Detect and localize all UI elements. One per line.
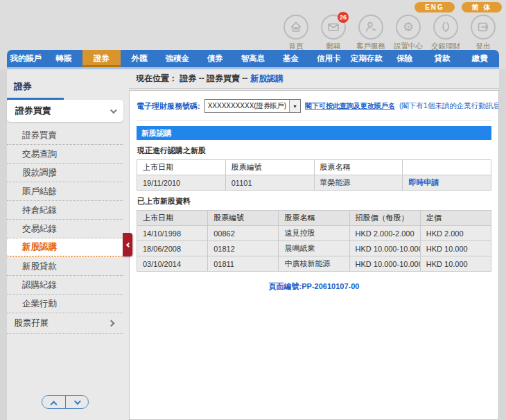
breadcrumb: 現在位置： 證券 -- 證券買賣 -- 新股認購 [129,69,499,89]
customer-service-icon [358,15,383,40]
cell-stock-code: 01811 [208,256,279,272]
listed-ipo-title: 已上市新股資料 [137,196,491,207]
scroll-up-button[interactable] [42,396,66,408]
customer-service-button[interactable]: 客戶服務 [352,15,390,51]
cell-listing-date: 03/10/2014 [137,256,208,272]
unread-mail-badge: 26 [338,12,349,23]
table-row: 14/10/1998 00862 遠見控股 HKD 2.000-2.000 HK… [137,226,491,241]
scroll-down-button[interactable] [66,396,89,408]
unread-corporate-action-note: (閣下有1個未讀的企業行動訊息) [399,101,499,111]
tab-bonds[interactable]: 債券 [196,50,234,67]
chevron-left-icon [126,242,131,247]
tab-insurance[interactable]: 保險 [385,50,424,67]
sidebar-item-transaction-enquiry[interactable]: 交易查詢 [7,145,123,164]
current-ipo-table: 上市日期 股票編號 股票名稱 19/11/2010 01101 華榮能源 即時申… [137,159,491,191]
cell-offer-price: HKD 10.000-10.000 [349,241,420,256]
tab-time-deposit[interactable]: 定期存款 [347,50,385,67]
cell-final-price: HKD 10.000 [420,256,491,272]
sidebar-scroll-control [42,395,89,409]
apply-now-link[interactable]: 即時申請 [408,178,439,186]
listed-ipo-table: 上市日期 股票編號 股票名稱 招股價（每股） 定價 14/10/1998 008… [137,210,491,272]
language-switcher: ENG 简 体 [415,2,502,12]
sidebar-menu: 證券買賣 交易查詢 股款調撥 賬戶結餘 持倉紀錄 交易紀錄 新股認購 新股貸款 … [7,126,123,313]
sidebar-item-account-balance[interactable]: 賬戶結餘 [7,182,123,201]
cell-final-price: HKD 10.000 [420,241,491,256]
sidebar-item-securities-trading[interactable]: 證券買賣 [7,126,123,145]
breadcrumb-current: 新股認購 [250,73,283,85]
col-stock-code: 股票編號 [225,160,314,175]
account-select-value: XXXXXXXXXX(證券賬戶) [205,100,289,112]
sidebar-item-subscription-record[interactable]: 認購紀錄 [7,276,123,295]
current-ipo-title: 現正進行認購之新股 [137,146,491,156]
main-nav: 我的賬戶 轉賬 證券 外匯 強積金 債券 智高息 基金 信用卡 定期存款 保險 … [7,50,499,67]
cell-offer-price: HKD 2.000-2.000 [349,226,420,241]
table-row: 18/06/2008 01812 晨鳴紙業 HKD 10.000-10.000 … [137,241,491,256]
col-listing-date: 上市日期 [137,211,208,226]
content-panel: 電子理財服務號碼: XXXXXXXXXX(證券賬戶) ▼ 閣下可按此查詢及更改賬… [129,90,499,420]
logout-button[interactable]: 登出 [464,15,502,51]
tab-securities[interactable]: 證券 [82,50,121,67]
account-select[interactable]: XXXXXXXXXX(證券賬戶) ▼ [204,99,301,113]
tab-smart-interest[interactable]: 智高息 [234,50,272,67]
header-icon-row: 首頁 26 郵箱 客戶服務 ⚙ 設置中心 交銀理財 [277,15,502,51]
tab-loans[interactable]: 貸款 [424,50,462,67]
sidebar-item-transaction-record[interactable]: 交易紀錄 [7,220,123,238]
sidebar-collapse-button[interactable] [123,233,132,256]
chevron-right-icon [108,320,115,327]
mailbox-button[interactable]: 26 郵箱 [315,15,352,51]
sidebar: 證券 證券買賣 證券買賣 交易查詢 股款調撥 賬戶結餘 持倉紀錄 交易紀錄 新股… [7,69,123,420]
bocom-wealth-button[interactable]: 交銀理財 [427,15,464,51]
ebanking-number-label: 電子理財服務號碼: [137,101,200,112]
tab-credit-card[interactable]: 信用卡 [310,50,348,67]
page-number: 頁面編號:PP-20610107-00 [137,281,491,292]
sidebar-expander-label: 股票孖展 [14,317,49,329]
sidebar-group-securities-trading[interactable]: 證券買賣 [7,100,123,122]
chevron-up-icon [50,401,57,408]
cell-stock-name: 遠見控股 [279,226,349,241]
col-final-price: 定價 [420,211,491,226]
lang-eng-button[interactable]: ENG [415,2,455,12]
section-banner: 新股認購 [137,126,491,140]
sidebar-title: 證券 [7,80,123,93]
cell-stock-name: 晨鳴紙業 [279,241,349,256]
sidebar-expander-stock-margin[interactable]: 股票孖展 [7,313,123,334]
col-action [403,160,491,175]
cell-final-price: HKD 2.000 [420,226,491,241]
cell-stock-code: 00862 [208,226,279,241]
breadcrumb-path: 證券 -- 證券買賣 -- [180,73,247,85]
tab-mpf[interactable]: 強積金 [158,50,196,67]
sidebar-item-fund-transfer[interactable]: 股款調撥 [7,164,123,182]
table-header-row: 上市日期 股票編號 股票名稱 [137,160,491,175]
select-dropdown-icon: ▼ [289,100,300,112]
main-content: 現在位置： 證券 -- 證券買賣 -- 新股認購 電子理財服務號碼: XXXXX… [129,69,499,420]
lang-simplified-button[interactable]: 简 体 [462,2,502,12]
cell-stock-name: 中廣核新能源 [279,256,349,272]
tab-forex[interactable]: 外匯 [121,50,159,67]
tab-funds[interactable]: 基金 [272,50,310,67]
col-offer-price: 招股價（每股） [349,211,420,226]
cell-listing-date: 19/11/2010 [137,175,226,191]
logout-icon [471,15,496,40]
home-icon [283,15,308,40]
col-stock-name: 股票名稱 [314,160,403,175]
col-stock-name: 股票名稱 [279,211,349,226]
cell-stock-code: 01812 [208,241,279,256]
sidebar-item-corporate-action[interactable]: 企業行動 [7,295,123,313]
breadcrumb-label: 現在位置： [136,73,177,85]
mailbox-icon: 26 [321,15,346,40]
sidebar-item-ipo-loan[interactable]: 新股貸款 [7,257,123,276]
sidebar-item-ipo-subscription[interactable]: 新股認購 [7,238,123,257]
tab-transfer[interactable]: 轉賬 [45,50,83,67]
table-row: 03/10/2014 01811 中廣核新能源 HKD 10.000-10.00… [137,256,491,272]
tab-my-accounts[interactable]: 我的賬戶 [7,50,45,67]
settings-center-button[interactable]: ⚙ 設置中心 [390,15,427,51]
change-account-name-link[interactable]: 閣下可按此查詢及更改賬戶名 [305,101,395,111]
chevron-down-icon [110,107,117,114]
sidebar-item-portfolio-record[interactable]: 持倉紀錄 [7,201,123,220]
table-header-row: 上市日期 股票編號 股票名稱 招股價（每股） 定價 [137,211,491,226]
gear-icon: ⚙ [396,15,421,40]
tab-bill-payment[interactable]: 繳費 [461,50,499,67]
sidebar-group-label: 證券買賣 [15,105,51,117]
home-button[interactable]: 首頁 [277,15,315,51]
table-row: 19/11/2010 01101 華榮能源 即時申請 [137,175,491,191]
